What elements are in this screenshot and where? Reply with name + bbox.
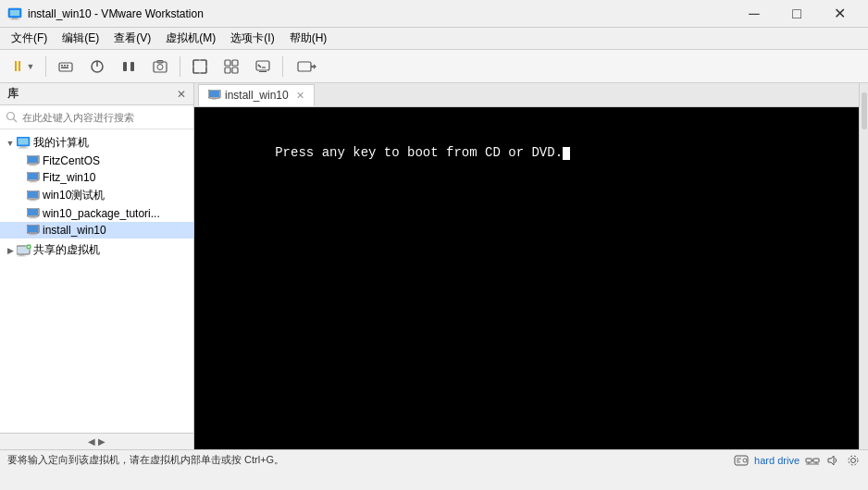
menu-edit[interactable]: 编辑(E)	[55, 29, 106, 48]
separator-1	[45, 56, 46, 77]
expand-icon: ▼	[4, 137, 17, 150]
unity-button[interactable]	[217, 54, 246, 80]
vm-tab-install-win10[interactable]: install_win10 ✕	[198, 84, 315, 106]
tree-node-fitzwin10[interactable]: Fitz_win10	[0, 169, 193, 186]
svg-point-78	[849, 456, 858, 465]
app-icon	[7, 6, 22, 21]
vm-tab-close-button[interactable]: ✕	[296, 90, 304, 102]
tree-node-shared[interactable]: ▶ 共享的虚拟机	[0, 240, 193, 260]
svg-line-24	[258, 65, 260, 67]
vm-tabs: install_win10 ✕	[194, 83, 859, 107]
svg-point-77	[851, 458, 856, 462]
svg-rect-27	[298, 62, 311, 71]
menu-tabs[interactable]: 选项卡(I)	[223, 29, 281, 48]
settings-button[interactable]	[288, 54, 325, 80]
library-title: 库	[7, 86, 19, 102]
network-icon	[805, 453, 820, 468]
vm-win10test-label: win10测试机	[43, 188, 105, 203]
svg-rect-3	[10, 18, 19, 19]
svg-rect-18	[232, 60, 238, 66]
svg-rect-41	[31, 181, 35, 182]
pause-dropdown-arrow: ▼	[27, 62, 35, 71]
power-on-icon	[89, 58, 105, 75]
status-bar: 要将输入定向到该虚拟机，请在虚拟机内部单击或按 Ctrl+G。 hard dri…	[0, 449, 868, 470]
tree-node-win10test[interactable]: win10测试机	[0, 186, 193, 205]
send-ctrl-alt-del-button[interactable]	[51, 54, 81, 80]
svg-rect-37	[31, 165, 35, 165]
svg-rect-16	[193, 60, 206, 73]
vm-fitzwin10-label: Fitz_win10	[43, 171, 95, 184]
power-on-button[interactable]	[82, 54, 112, 80]
menu-vm[interactable]: 虚拟机(M)	[158, 29, 223, 48]
svg-rect-11	[123, 62, 127, 71]
close-button[interactable]: ✕	[818, 0, 861, 28]
svg-rect-36	[28, 156, 38, 163]
status-right: hard drive	[734, 453, 861, 468]
svg-rect-40	[28, 173, 38, 179]
menu-bar: 文件(F) 编辑(E) 查看(V) 虚拟机(M) 选项卡(I) 帮助(H)	[0, 28, 868, 50]
vm-install-win10-label: install_win10	[43, 224, 106, 237]
pause-icon: ⏸	[10, 58, 25, 75]
window-controls: ─ □ ✕	[733, 0, 861, 28]
svg-rect-21	[256, 61, 269, 70]
pause-button[interactable]: ⏸ ▼	[4, 54, 41, 80]
computer-icon	[17, 137, 31, 150]
library-search[interactable]	[0, 105, 193, 129]
svg-rect-46	[29, 200, 37, 201]
tree-node-fitzcentos[interactable]: FitzCentOS	[0, 153, 193, 169]
minimize-button[interactable]: ─	[733, 0, 775, 28]
maximize-button[interactable]: □	[775, 0, 818, 28]
keyboard-icon	[57, 58, 74, 75]
console-button[interactable]	[248, 54, 278, 80]
sound-icon	[825, 453, 840, 468]
tree-node-win10package[interactable]: win10_package_tutori...	[0, 205, 193, 222]
title-bar: install_win10 - VMware Workstation ─ □ ✕	[0, 0, 868, 28]
fullscreen-button[interactable]	[185, 54, 215, 80]
window-title: install_win10 - VMware Workstation	[28, 7, 733, 20]
svg-rect-7	[67, 65, 68, 67]
library-close-button[interactable]: ✕	[177, 88, 186, 101]
suspend-icon	[120, 58, 137, 75]
vm-screen[interactable]: Press any key to boot from CD or DVD.	[194, 107, 859, 449]
vm-fitzcentos-label: FitzCentOS	[43, 154, 100, 167]
scroll-down-arrow: ◀ ▶	[88, 436, 105, 447]
svg-rect-70	[806, 459, 812, 462]
console-output: Press any key to boot from CD or DVD.	[213, 126, 570, 180]
svg-rect-49	[31, 217, 35, 218]
hard-drive-text: hard drive	[754, 455, 800, 466]
svg-rect-44	[28, 191, 38, 198]
snapshot-icon	[152, 58, 168, 75]
svg-rect-38	[29, 165, 37, 166]
svg-rect-32	[19, 138, 29, 144]
menu-file[interactable]: 文件(F)	[4, 29, 55, 48]
vm-settings-status-icon[interactable]	[846, 453, 861, 468]
status-text: 要将输入定向到该虚拟机，请在虚拟机内部单击或按 Ctrl+G。	[7, 453, 734, 467]
vm-icon	[26, 154, 41, 167]
svg-rect-33	[20, 146, 26, 147]
tree-node-install-win10[interactable]: install_win10	[0, 222, 193, 239]
svg-rect-19	[225, 67, 230, 73]
svg-rect-20	[232, 67, 238, 73]
fullscreen-icon	[192, 58, 208, 75]
svg-rect-6	[64, 65, 66, 67]
svg-rect-48	[28, 209, 38, 215]
suspend-button[interactable]	[114, 54, 143, 80]
svg-rect-63	[209, 91, 219, 97]
library-header: 库 ✕	[0, 83, 193, 105]
right-panel-handle[interactable]	[862, 92, 867, 129]
library-scroll-bottom[interactable]: ◀ ▶	[0, 433, 193, 449]
search-input[interactable]	[22, 112, 188, 123]
unity-icon	[223, 58, 240, 75]
menu-help[interactable]: 帮助(H)	[282, 29, 335, 48]
separator-3	[282, 56, 283, 77]
shared-icon	[17, 244, 31, 257]
svg-rect-50	[29, 218, 37, 219]
shared-expand-icon: ▶	[4, 244, 17, 257]
menu-view[interactable]: 查看(V)	[106, 29, 158, 48]
library-tree: ▼ 我的计算机	[0, 129, 193, 433]
vm-icon2	[26, 171, 41, 184]
separator-2	[180, 56, 180, 77]
tree-node-mycomputer[interactable]: ▼ 我的计算机	[0, 133, 193, 153]
cursor-blink	[563, 147, 570, 160]
snapshot-button[interactable]	[145, 54, 175, 80]
